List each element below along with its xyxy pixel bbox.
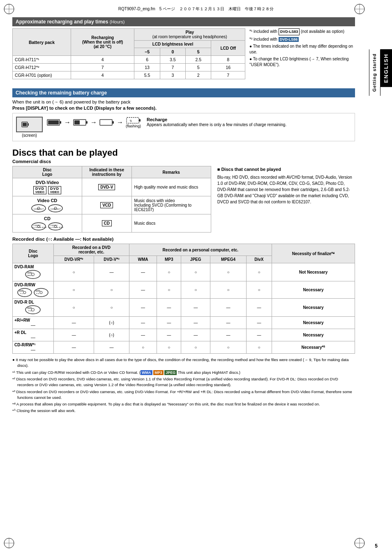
- th-wma: WMA: [129, 256, 157, 263]
- th-minus5: −5: [134, 48, 160, 56]
- section2-intro: When the unit is on (→ 6) and powered by…: [12, 99, 355, 104]
- cdrw-divx: ○: [246, 341, 272, 354]
- battery-name-2: CGR-H712*²: [13, 64, 71, 71]
- arrow-1: →: [64, 119, 71, 126]
- battery-name-1: CGR-H711*¹: [13, 56, 71, 64]
- th-mpeg4: MPEG4: [210, 256, 247, 263]
- dvdram-dvdvr: ○: [53, 263, 94, 281]
- svg-rect-13: [23, 123, 27, 126]
- arrow-2: →: [90, 119, 97, 126]
- notes-block: *¹ included with DVD-LS83 (not available…: [249, 28, 355, 68]
- lcdoff-3: 7: [211, 71, 245, 79]
- zero-1: 3.5: [160, 56, 185, 64]
- dvdrdl-mpeg4: —: [210, 299, 247, 317]
- table-row: CGR-H711*¹ 4 6 3.5 2.5 8: [13, 56, 245, 64]
- m5-1: 6: [134, 56, 160, 64]
- recharging-3: 4: [71, 71, 134, 79]
- rplusdl-finalize: Necessary: [272, 329, 355, 341]
- rec-row-rplusrw: +R/+RW — — (○) — — — — — Necessary: [13, 317, 355, 329]
- discs-title: Discs that can be played: [12, 147, 355, 158]
- commercial-discs-title: Commercial discs: [12, 159, 355, 164]
- footnote-1: *¹ This unit can play CD-R/RW recorded w…: [12, 370, 355, 376]
- flashing-label: (flashing): [126, 124, 141, 128]
- remarks-dvd: High quality movie and music discs: [131, 178, 211, 196]
- disc-row-vcd: Video CD COMPACT: [13, 196, 211, 214]
- recharging-2: 7: [71, 64, 134, 71]
- indicator-vcd: VCD: [82, 196, 131, 214]
- cdrw-dvdvr: —: [53, 341, 94, 354]
- svg-text:DVD: DVD: [28, 272, 32, 274]
- rec-row-rplusdl: +R DL — — (○) — — — — — Necessary: [13, 329, 355, 341]
- discs-section: Discs that can be played Commercial disc…: [12, 147, 355, 414]
- disc-row-dvd: DVD-Video DVD VIDEO DVD VIDEO: [13, 178, 211, 196]
- cdrw-mpeg4: ○: [210, 341, 247, 354]
- recorded-table: DiscLogo Recorded on a DVDrecorder, etc.…: [12, 244, 355, 354]
- m5-2: 13: [134, 64, 160, 71]
- dvdrdl-divx: —: [246, 299, 272, 317]
- recorded-title: Recorded disc (○: Available —: Not avail…: [12, 237, 355, 242]
- section1-header: Approximate recharging and play times (H…: [12, 17, 355, 26]
- cdrw-finalize: Necessary*⁵: [272, 341, 355, 354]
- dvdram-wma: —: [129, 263, 157, 281]
- page-container: ENGLISH Getting started RQT9097-D_eng.fm…: [0, 0, 392, 555]
- th-dvd-v: DVD-V*³: [94, 256, 129, 263]
- lcdoff-2: 16: [211, 64, 245, 71]
- dvdrdl-mp3: —: [157, 299, 181, 317]
- rplusrw-wma: —: [129, 317, 157, 329]
- discs-right: ■ Discs that cannot be played Blu-ray, H…: [217, 166, 355, 233]
- th-play: Play(at room temperature using headphone…: [134, 29, 245, 41]
- svg-rect-23: [127, 117, 139, 123]
- disc-row-cd: CD COMPACT disc DIGITAL AUDIO: [13, 214, 211, 233]
- rplusdl-jpeg: —: [181, 329, 210, 341]
- bat-step-1: [47, 119, 62, 126]
- svg-rect-24: [139, 119, 141, 122]
- section1-layout: Battery pack Recharging(When the unit is…: [12, 28, 355, 84]
- battery-display-section: (screen) →: [12, 113, 355, 141]
- screen-label: (screen): [22, 133, 37, 138]
- rplusdl-dvdv: (○): [94, 329, 129, 341]
- dvdrdl-dvdvr: ○: [53, 299, 94, 317]
- dvdram-dvdv: —: [94, 263, 129, 281]
- cdrw-jpeg: ○: [181, 341, 210, 354]
- rec-disc-cdrw: CD-R/RW*¹ —: [13, 341, 54, 354]
- m5-3: 5.5: [134, 71, 160, 79]
- indicator-cd: CD: [82, 214, 131, 233]
- english-label: ENGLISH: [380, 49, 392, 87]
- zero-2: 7: [160, 64, 185, 71]
- footnote-4: *⁴ A process that allows play on compati…: [12, 401, 355, 407]
- corner-tl: [3, 3, 15, 15]
- footnote-5: *⁵ Closing the session will also work.: [12, 408, 355, 414]
- discs-columns: DiscLogo Indicated in theseinstructions …: [12, 166, 355, 233]
- rplusdl-wma: —: [129, 329, 157, 341]
- svg-text:R W: R W: [36, 292, 39, 295]
- svg-text:COMPACT: COMPACT: [51, 208, 61, 210]
- notes-wrap: *¹ included with DVD-LS83 (not available…: [249, 28, 355, 68]
- zero-3: 3: [160, 71, 185, 79]
- battery-name-3: CGR-H701 (option): [13, 71, 71, 79]
- battery-table-wrap: Battery pack Recharging(When the unit is…: [12, 28, 245, 84]
- dvdrw-mpeg4: ○: [210, 281, 247, 299]
- rec-row-dvdrdl: DVD-R DL DVD R DL ○ ○: [13, 299, 355, 317]
- screen-wrap: (screen): [16, 117, 43, 138]
- th-rec-disc-logo: DiscLogo: [13, 244, 54, 263]
- dvdram-jpeg: ○: [181, 263, 210, 281]
- dvdrw-dvdvr: ○: [53, 281, 94, 299]
- rec-row-dvdrw: DVD-R/RW DVD R 4.7: [13, 281, 355, 299]
- svg-text:RAM4.7: RAM4.7: [27, 274, 33, 276]
- footnotes: ● It may not be possible to play the abo…: [12, 357, 355, 414]
- note-1: *¹ included with DVD-LS83 (not available…: [249, 29, 344, 34]
- rplusrw-jpeg: —: [181, 317, 210, 329]
- th-battery-pack: Battery pack: [13, 29, 71, 56]
- cannot-play-text: Blu-ray, HD DVD, discs recorded with AVC…: [217, 174, 355, 205]
- lcdoff-1: 8: [211, 56, 245, 64]
- dvdrdl-finalize: Necessary: [272, 299, 355, 317]
- svg-text:disc DIGITAL AUDIO: disc DIGITAL AUDIO: [49, 226, 63, 228]
- note-4: ● To change the LCD brightness (→ 7, Whe…: [249, 56, 355, 68]
- table-row: CGR-H712*² 7 13 7 5 16: [13, 64, 245, 71]
- lcd-screen: [16, 117, 43, 132]
- rplusrw-mpeg4: —: [210, 317, 247, 329]
- cdrw-wma: ○: [129, 341, 157, 354]
- rec-disc-dvdram: DVD-RAM DVD RAM4.7: [13, 263, 54, 281]
- th-recharging: Recharging(When the unit is off)(at 20 °…: [71, 29, 134, 56]
- cannot-play-title: ■ Discs that cannot be played: [217, 166, 355, 173]
